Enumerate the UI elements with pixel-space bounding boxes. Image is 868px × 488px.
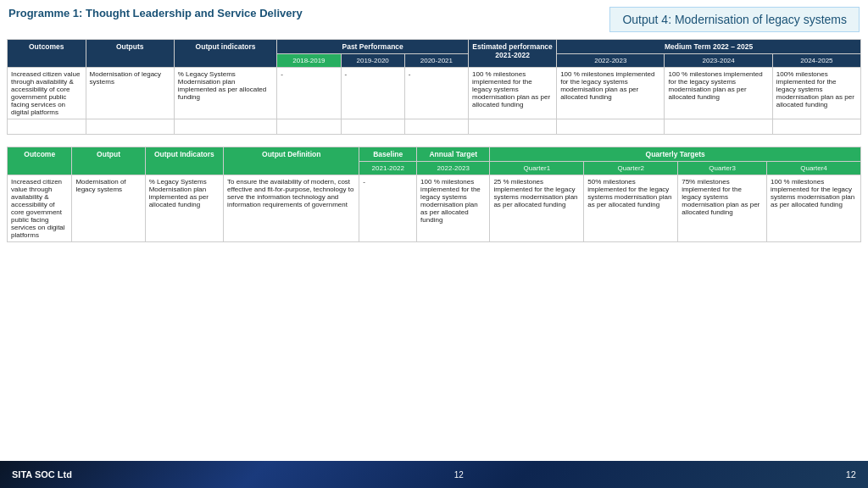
t1-outputs-header: Outputs: [86, 40, 174, 68]
t1-y2018-cell: -: [277, 68, 341, 119]
table1-empty-row: [8, 119, 861, 135]
t2-output-cell: Modernisation of legacy systems: [72, 175, 145, 242]
t2-q4-header: Quarter4: [766, 162, 860, 175]
t2-annual-cell: 100 % milestones implemented for the leg…: [417, 175, 490, 242]
t1-y2022-cell: 100 % milestones implemented for the leg…: [557, 68, 665, 119]
t1-yr2024-header: 2024-2025: [772, 54, 860, 68]
t1-indicator-cell: % Legacy Systems Modernisation plan impl…: [174, 68, 277, 119]
table1: Outcomes Outputs Output indicators Past …: [7, 39, 861, 135]
t1-yr2019-header: 2019-2020: [341, 54, 404, 68]
t2-yr-baseline-header: 2021-2022: [359, 162, 417, 175]
t2-q4-cell: 100 % milestones implemented for the leg…: [766, 175, 860, 242]
t1-est-header: Estimated performance 2021-2022: [469, 40, 557, 68]
t1-y2020-cell: -: [404, 68, 468, 119]
t1-yr2020-header: 2020-2021: [404, 54, 468, 68]
table2: Outcome Output Output Indicators Output …: [7, 147, 861, 242]
t2-q2-header: Quarter2: [584, 162, 678, 175]
t2-outcome-cell: Increased citizen value through availabi…: [8, 175, 72, 242]
t1-yr2022-header: 2022-2023: [557, 54, 665, 68]
t1-y2023-cell: 100 % milestones implemented for the leg…: [665, 68, 772, 119]
t1-output-cell: Modernisation of legacy systems: [86, 68, 174, 119]
t2-indicators-header: Output Indicators: [145, 147, 223, 175]
t1-yr2023-header: 2023-2024: [665, 54, 772, 68]
t2-q2-cell: 50% milestones implemented for the legac…: [584, 175, 678, 242]
t2-indicator-cell: % Legacy Systems Modernisation plan impl…: [145, 175, 223, 242]
t2-def-cell: To ensure the availability of modern, co…: [224, 175, 359, 242]
t1-yr2018-header: 2018-2019: [277, 54, 341, 68]
page-header: Programme 1: Thought Leadership and Serv…: [0, 0, 868, 36]
t1-outcome-cell: Increased citizen value through availabi…: [8, 68, 86, 119]
table1-section: Outcomes Outputs Output indicators Past …: [7, 39, 861, 135]
table2-header-row: Outcome Output Output Indicators Output …: [8, 147, 861, 162]
t1-y2019-cell: -: [341, 68, 404, 119]
right-title: Output 4: Modernisation of legacy system…: [609, 7, 860, 32]
t2-baseline-header: Baseline: [359, 147, 417, 162]
t1-past-perf-header: Past Performance: [277, 40, 469, 54]
t2-q3-cell: 75% milestones implemented for the legac…: [678, 175, 767, 242]
t2-q3-header: Quarter3: [678, 162, 767, 175]
left-title: Programme 1: Thought Leadership and Serv…: [8, 7, 593, 19]
t1-medium-term-header: Medium Term 2022 – 2025: [557, 40, 861, 54]
table2-data-row: Increased citizen value through availabi…: [8, 175, 861, 242]
page-footer: SITA SOC Ltd 12 12: [0, 461, 868, 488]
footer-page-number: 12: [846, 469, 856, 480]
table1-header-row: Outcomes Outputs Output indicators Past …: [8, 40, 861, 54]
t1-indicators-header: Output indicators: [174, 40, 277, 68]
t2-yr-annual-header: 2022-2023: [417, 162, 490, 175]
t1-y2024-cell: 100% milestones implemented for the lega…: [772, 68, 860, 119]
t2-annual-header: Annual Target: [417, 147, 490, 162]
footer-page-center: 12: [454, 470, 464, 480]
table2-section: Outcome Output Output Indicators Output …: [7, 147, 861, 242]
t2-quarterly-header: Quarterly Targets: [490, 147, 861, 162]
t2-outcome-header: Outcome: [8, 147, 72, 175]
t2-output-header: Output: [72, 147, 145, 175]
t1-outcomes-header: Outcomes: [8, 40, 86, 68]
t2-q1-header: Quarter1: [490, 162, 584, 175]
t2-q1-cell: 25 % milestones implemented for the lega…: [490, 175, 584, 242]
t1-est-cell: 100 % milestones implemented for the leg…: [469, 68, 557, 119]
t2-def-header: Output Definition: [224, 147, 359, 175]
table1-data-row: Increased citizen value through availabi…: [8, 68, 861, 119]
t2-baseline-cell: -: [359, 175, 417, 242]
footer-company: SITA SOC Ltd: [12, 469, 72, 480]
